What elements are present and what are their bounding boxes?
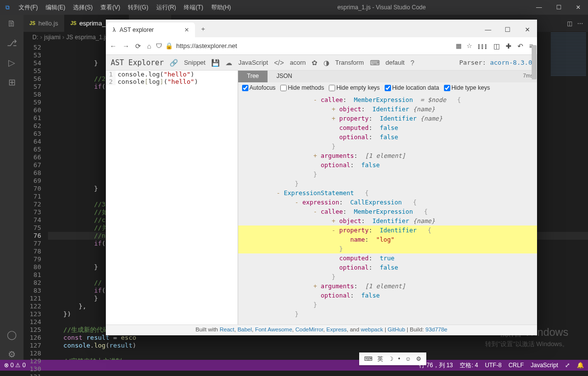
status-indent[interactable]: 空格: 4: [460, 361, 478, 370]
more-actions-icon[interactable]: ⋯: [577, 20, 583, 27]
link-icon[interactable]: 🔗: [170, 59, 178, 67]
code-line: console.log("hello"): [116, 71, 195, 78]
menu-file[interactable]: 文件(F): [16, 1, 41, 14]
ime-emoji-icon[interactable]: ☺: [405, 355, 411, 362]
status-encoding[interactable]: UTF-8: [485, 362, 502, 369]
menu-edit[interactable]: 编辑(E): [43, 1, 68, 14]
gear-icon[interactable]: ✿: [312, 59, 318, 67]
tab-tree[interactable]: Tree: [238, 71, 268, 82]
extensions-icon[interactable]: ⊞: [8, 77, 16, 88]
browser-address-bar: ← → ⟳ ⌂ 🛡 🔒 https://astexplorer.net ▦ ☆ …: [106, 37, 537, 55]
status-language[interactable]: JavaScript: [531, 362, 558, 369]
minimize-button[interactable]: —: [529, 4, 549, 11]
breadcrumb-seg[interactable]: JS esprima_1.js: [66, 34, 108, 41]
browser-tab[interactable]: λ AST explorer ✕: [107, 23, 195, 37]
tab-json[interactable]: JSON: [268, 71, 301, 82]
footer-link[interactable]: Babel: [238, 326, 252, 332]
menu-run[interactable]: 运行(R): [153, 1, 179, 14]
minimap[interactable]: [549, 32, 588, 130]
activity-bar: 🗎 ⎇ ▷ ⊞ ◯ ⚙: [0, 15, 24, 360]
help-icon[interactable]: ?: [411, 59, 415, 67]
maximize-button[interactable]: ☐: [549, 4, 568, 11]
footer-build-hash[interactable]: 93d778e: [425, 326, 447, 332]
back-button[interactable]: ←: [110, 42, 117, 50]
lock-icon: 🔒: [165, 42, 173, 50]
home-button[interactable]: ⌂: [147, 42, 151, 50]
tab-label: hello.js: [38, 20, 58, 27]
ast-toolbar: AST Explorer 🔗 Snippet 💾 ☁ JavaScript </…: [106, 55, 537, 71]
opt-hide-type[interactable]: Hide type keys: [444, 84, 490, 91]
browser-minimize-button[interactable]: —: [478, 22, 498, 37]
preset-label[interactable]: default: [386, 59, 405, 66]
parser-link[interactable]: acorn-8.3.0: [490, 59, 532, 66]
opt-hide-empty[interactable]: Hide empty keys: [329, 84, 380, 91]
tree-scrollbar[interactable]: [531, 35, 537, 325]
breadcrumb-seg[interactable]: D:: [32, 34, 38, 41]
footer-link[interactable]: Font Awesome: [255, 326, 292, 332]
reload-button[interactable]: ⟳: [135, 42, 141, 50]
source-control-icon[interactable]: ⎇: [7, 38, 17, 49]
cloud-icon[interactable]: ☁: [225, 59, 232, 67]
opt-hide-methods[interactable]: Hide methods: [280, 84, 324, 91]
new-tab-button[interactable]: ＋: [195, 21, 211, 37]
qr-icon[interactable]: ▦: [456, 42, 462, 50]
menu-bar: 文件(F) 编辑(E) 选择(S) 查看(V) 转到(G) 运行(R) 终端(T…: [15, 1, 234, 14]
lang-select[interactable]: JavaScript: [238, 59, 268, 66]
opt-autofocus[interactable]: Autofocus: [242, 84, 275, 91]
close-tab-icon[interactable]: ✕: [184, 26, 189, 33]
bookmark-star-icon[interactable]: ☆: [466, 42, 472, 50]
extension-icon[interactable]: ✚: [506, 42, 512, 50]
shield-icon: 🛡: [156, 42, 162, 50]
menu-terminal[interactable]: 终端(T): [181, 1, 206, 14]
parser-select[interactable]: acorn: [290, 59, 306, 66]
keyboard-icon: ⌨: [370, 59, 380, 67]
snippet-label[interactable]: Snippet: [184, 59, 205, 66]
ast-tree[interactable]: - callee: MemberExpression = $node { + o…: [238, 93, 537, 325]
run-debug-icon[interactable]: ▷: [8, 57, 15, 68]
ime-moon-icon[interactable]: ☽: [388, 355, 393, 362]
vscode-titlebar: ⧉ 文件(F) 编辑(E) 选择(S) 查看(V) 转到(G) 运行(R) 终端…: [0, 0, 588, 15]
ime-lang[interactable]: 英: [377, 355, 383, 363]
menu-selection[interactable]: 选择(S): [70, 1, 96, 14]
ime-keyboard-icon[interactable]: ⌨: [364, 355, 372, 362]
status-bar: ⊗ 0 ⚠ 0 行 76，列 13 空格: 4 UTF-8 CRLF JavaS…: [0, 360, 588, 371]
status-problems[interactable]: ⊗ 0 ⚠ 0: [4, 362, 25, 369]
ime-toolbar[interactable]: ⌨ 英 ☽ • ☺ ⚙: [359, 352, 426, 365]
split-editor-icon[interactable]: ◫: [567, 20, 572, 27]
settings-gear-icon[interactable]: ⚙: [8, 349, 16, 360]
browser-maximize-button[interactable]: ☐: [498, 22, 517, 37]
scrollbar-thumb[interactable]: [532, 45, 537, 79]
line-number-gutter: 5253545556575859606162636465666768697071…: [24, 43, 48, 360]
status-bell-icon[interactable]: 🔔: [577, 362, 584, 369]
breadcrumb-seg[interactable]: jsjiami: [44, 34, 60, 41]
menu-go[interactable]: 转到(G): [125, 1, 151, 14]
menu-help[interactable]: 帮助(H): [208, 1, 234, 14]
transform-label[interactable]: Transform: [335, 59, 364, 66]
footer-link[interactable]: React: [220, 326, 234, 332]
menu-view[interactable]: 查看(V): [98, 1, 123, 14]
status-feedback-icon[interactable]: ⤢: [565, 362, 570, 369]
library-icon[interactable]: ⫿⫿⫿: [477, 42, 488, 50]
opt-hide-location[interactable]: Hide location data: [385, 84, 439, 91]
forward-button[interactable]: →: [122, 42, 129, 50]
js-file-icon: JS: [71, 21, 76, 26]
status-eol[interactable]: CRLF: [509, 362, 524, 369]
footer-link[interactable]: CodeMirror: [295, 326, 323, 332]
toggle-icon[interactable]: ◑: [323, 59, 329, 67]
url-field[interactable]: 🛡 🔒 https://astexplorer.net: [156, 42, 450, 50]
sidebar-icon[interactable]: ◫: [493, 42, 500, 50]
undo-icon[interactable]: ↶: [517, 42, 523, 50]
ime-dot-icon[interactable]: •: [398, 355, 400, 362]
vscode-logo-icon: ⧉: [0, 4, 15, 11]
url-text: https://astexplorer.net: [176, 42, 237, 50]
accounts-icon[interactable]: ◯: [7, 329, 17, 340]
footer-link[interactable]: Express: [326, 326, 347, 332]
close-button[interactable]: ✕: [568, 4, 588, 11]
ime-gear-icon[interactable]: ⚙: [416, 355, 421, 362]
ast-source-editor[interactable]: 1console.log("hello") 2console[log]("hel…: [106, 71, 238, 325]
explorer-icon[interactable]: 🗎: [7, 19, 16, 29]
footer-link[interactable]: GitHub: [388, 326, 405, 332]
footer-link[interactable]: webpack: [361, 326, 383, 332]
save-icon[interactable]: 💾: [211, 59, 220, 67]
tab-hello[interactable]: JShello.js: [24, 15, 65, 32]
